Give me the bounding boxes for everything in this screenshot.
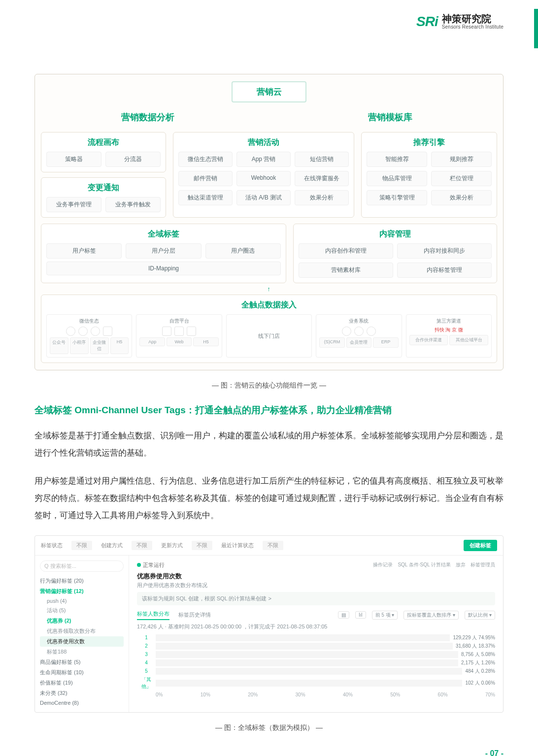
status-dot-icon xyxy=(137,563,141,567)
tree-item[interactable]: 活动 (5) xyxy=(40,605,124,616)
tree-item[interactable]: 优惠券 (2) xyxy=(40,616,124,626)
col-right-title: 营销模板库 xyxy=(283,107,497,127)
cell: 业务事件触发 xyxy=(105,197,161,212)
tree-item[interactable]: 标签188 xyxy=(40,647,124,657)
figure-caption-1: — 图：营销云的核心功能组件一览 — xyxy=(34,381,504,390)
src-self: 自营平台 App Web H5 xyxy=(136,314,222,358)
src-third: 第三方渠道 抖快 淘 京 微 合作伙伴渠道 其他公域平台 xyxy=(406,314,492,358)
cell: 分流器 xyxy=(105,152,161,167)
brand-cn: 神策研究院 xyxy=(442,14,504,24)
filter-bar: 标签状态不限 创建方式不限 更新方式不限 最近计算状态不限 创建标签 xyxy=(35,536,503,556)
src-offline: 线下门店 xyxy=(226,314,312,358)
page-number: - 07 - xyxy=(485,749,504,756)
tab-distribution[interactable]: 标签人数分布 xyxy=(137,610,169,620)
filter-calc[interactable]: 不限 xyxy=(263,541,283,550)
tags-screenshot: 标签状态不限 创建方式不限 更新方式不限 最近计算状态不限 创建标签 Q 搜索标… xyxy=(34,535,504,713)
sql-hint[interactable]: 该标签为规则 SQL 创建，根据 SQL 的计算结果创建 > xyxy=(137,592,495,605)
tree-item[interactable]: 优惠券领取次数分布 xyxy=(40,626,124,636)
tree-item[interactable]: 优惠券使用次数 xyxy=(40,636,124,647)
total-line: 172,426 人 · 基准时间 2021-08-25 00:00:00 ，计算… xyxy=(137,623,495,630)
x-axis: 0%10%20%30%40%50%60%70% xyxy=(137,692,495,697)
filter-update[interactable]: 不限 xyxy=(192,541,212,550)
panel-reco: 推荐引擎 智能推荐 规则推荐 物品库管理 栏位管理 策略引擎管理 效果分析 xyxy=(361,132,497,218)
diagram-title: 营销云 xyxy=(232,81,306,102)
cell: 业务事件管理 xyxy=(46,197,101,212)
paragraph-1: 全域标签是基于打通全触点数据、识别唯一用户，构建的覆盖公域私域的用户标签体系。全… xyxy=(34,427,504,462)
panel-tags: 全域标签 用户标签 用户分层 用户圈选 ID-Mapping xyxy=(41,224,286,283)
tag-title: 优惠券使用次数 xyxy=(137,572,495,581)
filter-status[interactable]: 不限 xyxy=(71,541,92,550)
chart-type-icon[interactable]: lıl xyxy=(355,611,366,619)
brand-header: SRi 神策研究院 Sensors Research Institute xyxy=(416,14,504,30)
panel-change: 变更通知 业务事件管理 业务事件触发 xyxy=(41,177,166,218)
tree-item[interactable]: 营销偏好标签 (12) xyxy=(40,586,124,596)
src-biz: 业务系统 (S)CRM 会员管理 ERP xyxy=(316,314,402,358)
tag-subtitle: 用户使用优惠券次数分布情况 xyxy=(137,582,495,589)
create-tag-button[interactable]: 创建标签 xyxy=(464,540,497,551)
brand-en: Sensors Research Institute xyxy=(442,24,504,30)
tree-item[interactable]: 价值标签 (19) xyxy=(40,678,124,688)
filter-create[interactable]: 不限 xyxy=(132,541,152,550)
tree-item[interactable]: 行为偏好标签 (20) xyxy=(40,576,124,586)
header-links: 操作记录 SQL 条件·SQL 计算结果 放弃 标签管理员 xyxy=(373,561,495,568)
tab-history[interactable]: 标签历史详情 xyxy=(178,611,211,619)
chart-type-icon[interactable]: ▤ xyxy=(338,611,349,619)
marketing-cloud-diagram: 营销云 营销数据分析 营销模板库 流程画布 策略器 分流器 变更通知 业务事 xyxy=(34,74,504,370)
panel-activity: 营销活动 微信生态营销 App 营销 短信营销 邮件营销 Webhook 在线弹… xyxy=(173,132,354,218)
panel-content: 内容管理 内容创作和管理 内容对接和同步 营销素材库 内容标签管理 xyxy=(293,224,497,283)
cell: 策略器 xyxy=(46,152,101,167)
tree-item[interactable]: 商品偏好标签 (5) xyxy=(40,657,124,667)
tree-item[interactable]: 未分类 (32) xyxy=(40,688,124,698)
sort-select[interactable]: 按标签覆盖人数排序 ▾ xyxy=(404,611,459,620)
search-input[interactable]: Q 搜索标签... xyxy=(40,560,124,572)
src-wechat: 微信生态 公众号 小程序 企业微信 H5 xyxy=(46,314,132,358)
panel-flow: 流程画布 策略器 分流器 xyxy=(41,132,166,172)
figure-caption-2: — 图：全域标签（数据为模拟） — xyxy=(34,723,504,732)
tag-tree-sidebar: Q 搜索标签... 行为偏好标签 (20)营销偏好标签 (12)push (4)… xyxy=(35,556,129,712)
panel-ingest: 全触点数据接入 微信生态 公众号 小程序 企业微信 H5 自营平台 xyxy=(41,295,497,363)
tree-item[interactable]: push (4) xyxy=(40,596,124,605)
tree-item[interactable]: 生命周期标签 (10) xyxy=(40,667,124,678)
scale-select[interactable]: 默认比例 ▾ xyxy=(465,611,495,620)
col-left-title: 营销数据分析 xyxy=(41,107,255,127)
paragraph-2: 用户标签是通过对用户属性信息、行为信息、业务信息进行加工后所产生的特征标记，它的… xyxy=(34,473,504,525)
arrow-up: ↑ xyxy=(41,285,497,293)
brand-logo: SRi xyxy=(416,14,438,30)
section-heading: 全域标签 Omni-Channel User Tags：打通全触点的用户标签体系… xyxy=(34,403,504,418)
topn-select[interactable]: 前 5 项 ▾ xyxy=(372,611,398,620)
distribution-bar-chart: 1 129,229 人 74.95%2 31,680 人 18.37%3 8,7… xyxy=(137,634,495,690)
tree-item[interactable]: DemoCentre (8) xyxy=(40,698,124,707)
